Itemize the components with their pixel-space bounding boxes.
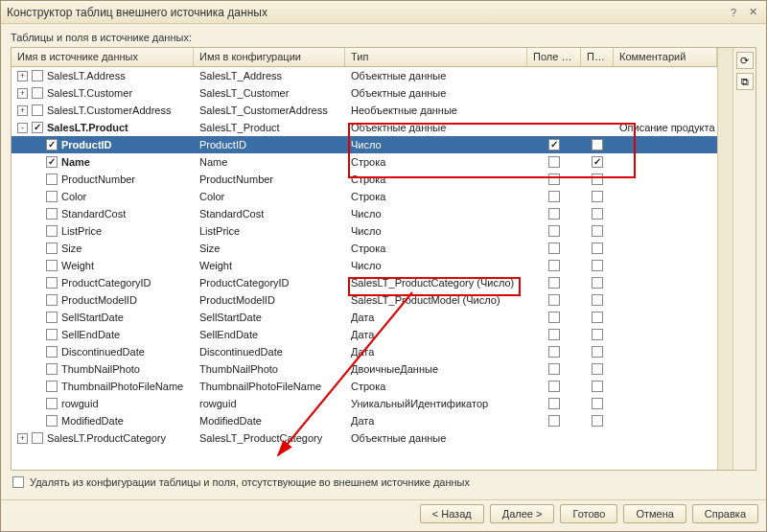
help-button[interactable]: Справка xyxy=(692,504,758,523)
pres-checkbox[interactable] xyxy=(592,191,603,202)
row-checkbox[interactable] xyxy=(46,191,58,202)
pres-checkbox[interactable] xyxy=(592,346,603,358)
row-checkbox[interactable] xyxy=(46,243,58,254)
tree-toggle-icon[interactable]: + xyxy=(17,88,28,99)
row-checkbox[interactable] xyxy=(46,208,58,220)
key-checkbox[interactable] xyxy=(548,329,560,340)
row-checkbox[interactable] xyxy=(46,363,58,375)
pres-checkbox[interactable] xyxy=(592,294,603,306)
pres-checkbox[interactable] xyxy=(592,173,603,185)
table-row[interactable]: ProductIDProductIDЧисло xyxy=(12,136,717,153)
tree-toggle-icon[interactable]: + xyxy=(17,433,28,444)
finish-button[interactable]: Готово xyxy=(560,504,617,523)
key-checkbox[interactable] xyxy=(548,277,560,289)
close-icon[interactable]: ✕ xyxy=(745,5,760,20)
col-presentation[interactable]: По... xyxy=(581,48,614,66)
pres-checkbox[interactable] xyxy=(592,156,603,168)
tree-toggle-icon[interactable]: - xyxy=(17,123,28,133)
pres-checkbox[interactable] xyxy=(592,398,603,409)
table-row[interactable]: NameNameСтрока xyxy=(12,153,717,171)
key-checkbox[interactable] xyxy=(548,294,560,306)
scrollbar[interactable] xyxy=(717,48,732,470)
grid-body[interactable]: +SalesLT.AddressSalesLT_AddressОбъектные… xyxy=(12,67,717,470)
key-checkbox[interactable] xyxy=(548,415,560,427)
row-checkbox[interactable] xyxy=(46,329,58,340)
table-row[interactable]: ColorColorСтрока xyxy=(12,188,717,205)
key-checkbox[interactable] xyxy=(548,260,560,271)
row-checkbox[interactable] xyxy=(46,277,58,289)
table-row[interactable]: ThumbnailPhotoFileNameThumbnailPhotoFile… xyxy=(12,378,717,395)
row-checkbox[interactable] xyxy=(32,122,43,133)
table-row[interactable]: -SalesLT.ProductSalesLT_ProductОбъектные… xyxy=(12,119,717,136)
key-checkbox[interactable] xyxy=(548,363,560,375)
row-checkbox[interactable] xyxy=(46,346,58,358)
table-row[interactable]: StandardCostStandardCostЧисло xyxy=(12,205,717,222)
row-checkbox[interactable] xyxy=(46,225,58,237)
pres-checkbox[interactable] xyxy=(592,329,603,340)
table-row[interactable]: SellStartDateSellStartDateДата xyxy=(12,309,717,326)
table-row[interactable]: ProductCategoryIDProductCategoryIDSalesL… xyxy=(12,274,717,291)
table-row[interactable]: +SalesLT.AddressSalesLT_AddressОбъектные… xyxy=(12,67,717,84)
row-checkbox[interactable] xyxy=(46,294,58,306)
table-row[interactable]: rowguidrowguidУникальныйИдентификатор xyxy=(12,395,717,412)
key-checkbox[interactable] xyxy=(548,191,560,202)
row-checkbox[interactable] xyxy=(46,139,58,150)
table-row[interactable]: ModifiedDateModifiedDateДата xyxy=(12,412,717,429)
row-checkbox[interactable] xyxy=(46,415,58,427)
help-icon[interactable]: ? xyxy=(726,5,741,20)
col-key-field[interactable]: Поле кл... xyxy=(527,48,581,66)
table-row[interactable]: +SalesLT.CustomerSalesLT_CustomerОбъектн… xyxy=(12,84,717,102)
refresh-icon[interactable]: ⟳ xyxy=(736,52,754,69)
row-checkbox[interactable] xyxy=(32,87,43,99)
row-checkbox[interactable] xyxy=(46,260,58,271)
table-row[interactable]: ThumbNailPhotoThumbNailPhotoДвоичныеДанн… xyxy=(12,360,717,378)
key-checkbox[interactable] xyxy=(548,156,560,168)
pres-checkbox[interactable] xyxy=(592,260,603,271)
pres-checkbox[interactable] xyxy=(592,415,603,427)
row-checkbox[interactable] xyxy=(46,381,58,392)
key-checkbox[interactable] xyxy=(548,346,560,358)
table-row[interactable]: ListPriceListPriceЧисло xyxy=(12,222,717,240)
table-row[interactable]: ProductModelIDProductModelIDSalesLT_Prod… xyxy=(12,291,717,309)
table-row[interactable]: SizeSizeСтрока xyxy=(12,240,717,257)
pres-checkbox[interactable] xyxy=(592,225,603,237)
table-row[interactable]: SellEndDateSellEndDateДата xyxy=(12,326,717,343)
pres-checkbox[interactable] xyxy=(592,363,603,375)
key-checkbox[interactable] xyxy=(548,312,560,323)
key-checkbox[interactable] xyxy=(548,173,560,185)
col-comment[interactable]: Комментарий xyxy=(614,48,717,66)
tree-toggle-icon[interactable]: + xyxy=(17,71,28,81)
table-row[interactable]: +SalesLT.CustomerAddressSalesLT_Customer… xyxy=(12,102,717,119)
col-src-name[interactable]: Имя в источнике данных xyxy=(12,48,194,66)
table-row[interactable]: +SalesLT.ProductCategorySalesLT_ProductC… xyxy=(12,429,717,447)
key-checkbox[interactable] xyxy=(548,381,560,392)
back-button[interactable]: < Назад xyxy=(420,504,484,523)
pres-checkbox[interactable] xyxy=(592,277,603,289)
pres-checkbox[interactable] xyxy=(592,139,603,150)
cancel-button[interactable]: Отмена xyxy=(623,504,686,523)
table-row[interactable]: ProductNumberProductNumberСтрока xyxy=(12,171,717,188)
col-cfg-name[interactable]: Имя в конфигурации xyxy=(194,48,345,66)
next-button[interactable]: Далее > xyxy=(490,504,555,523)
key-checkbox[interactable] xyxy=(548,225,560,237)
pres-checkbox[interactable] xyxy=(592,312,603,323)
pres-checkbox[interactable] xyxy=(592,208,603,220)
pres-checkbox[interactable] xyxy=(592,381,603,392)
col-type[interactable]: Тип xyxy=(345,48,527,66)
row-checkbox[interactable] xyxy=(46,312,58,323)
key-checkbox[interactable] xyxy=(548,398,560,409)
row-checkbox[interactable] xyxy=(32,104,43,116)
table-row[interactable]: DiscontinuedDateDiscontinuedDateДата xyxy=(12,343,717,360)
table-row[interactable]: WeightWeightЧисло xyxy=(12,257,717,274)
row-checkbox[interactable] xyxy=(32,432,43,444)
row-checkbox[interactable] xyxy=(46,173,58,185)
key-checkbox[interactable] xyxy=(548,208,560,220)
tree-toggle-icon[interactable]: + xyxy=(17,105,28,116)
row-checkbox[interactable] xyxy=(32,70,43,81)
key-checkbox[interactable] xyxy=(548,243,560,254)
pres-checkbox[interactable] xyxy=(592,243,603,254)
row-checkbox[interactable] xyxy=(46,156,58,168)
row-checkbox[interactable] xyxy=(46,398,58,409)
copy-icon[interactable]: ⧉ xyxy=(736,73,754,90)
delete-missing-checkbox[interactable] xyxy=(12,476,24,488)
